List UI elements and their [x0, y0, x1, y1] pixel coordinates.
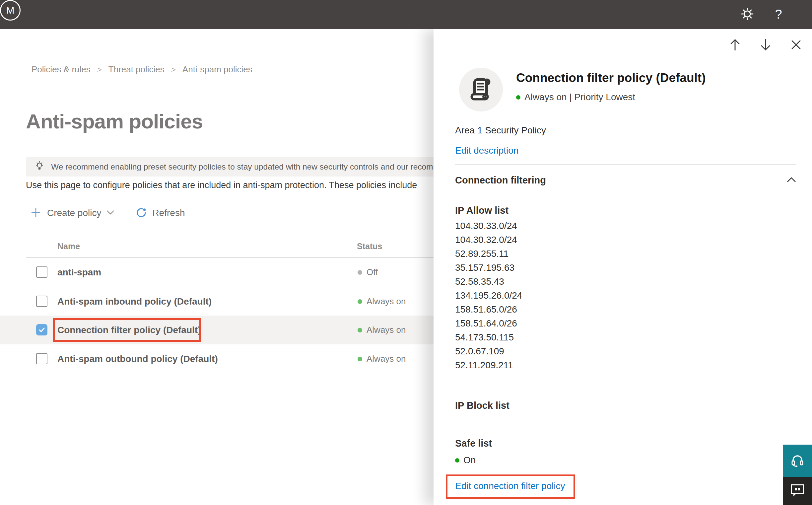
help-button[interactable]: ? [767, 0, 790, 29]
flyout-title: Connection filter policy (Default) [516, 71, 705, 85]
row-checkbox[interactable] [36, 353, 47, 364]
status-cell: Always on [358, 316, 406, 344]
flyout-status-label: Always on | Priority Lowest [525, 92, 635, 103]
flyout-nav [728, 38, 803, 53]
top-app-bar: ? M [0, 0, 812, 29]
policy-scroll-icon [470, 76, 492, 103]
breadcrumb-policies-rules[interactable]: Policies & rules [31, 64, 90, 75]
create-policy-button[interactable]: Create policy [26, 207, 115, 219]
refresh-button[interactable]: Refresh [115, 207, 185, 219]
safe-list-status: On [455, 455, 476, 466]
status-label: Always on [367, 296, 406, 307]
help-label: ? [775, 7, 782, 22]
column-header-name[interactable]: Name [57, 241, 80, 251]
row-checkbox[interactable] [36, 267, 47, 278]
status-dot-on [358, 357, 362, 361]
status-dot-off [358, 270, 362, 275]
page-title: Anti-spam policies [26, 110, 203, 133]
ip-allow-list-header: IP Allow list [455, 205, 509, 216]
create-policy-label: Create policy [47, 208, 101, 218]
screen: ? M Policies & rules > Threat policies >… [0, 0, 812, 505]
edit-description-link[interactable]: Edit description [455, 145, 519, 156]
breadcrumb-anti-spam-policies[interactable]: Anti-spam policies [182, 64, 252, 75]
chevron-up-icon [787, 177, 796, 184]
ip-entry: 158.51.65.0/26 [455, 303, 522, 317]
status-label: Off [367, 267, 378, 278]
safe-list-value: On [463, 455, 476, 466]
account-avatar[interactable]: M [0, 0, 21, 21]
page-description: Use this page to configure policies that… [26, 180, 417, 190]
row-checkbox-checked[interactable] [36, 324, 47, 335]
avatar-initial: M [6, 5, 15, 16]
policy-name: Anti-spam inbound policy (Default) [57, 287, 212, 316]
arrow-down-icon [760, 38, 771, 53]
headset-icon [790, 453, 805, 469]
ip-entry: 35.157.195.63 [455, 261, 522, 275]
flyout-divider [455, 165, 796, 165]
ip-block-list-header: IP Block list [455, 400, 510, 411]
policy-name: Connection filter policy (Default) [57, 316, 201, 344]
policy-description: Area 1 Security Policy [455, 125, 546, 136]
breadcrumb: Policies & rules > Threat policies > Ant… [31, 64, 252, 75]
status-cell: Always on [358, 287, 406, 316]
refresh-icon [136, 207, 147, 219]
ip-allow-list: 104.30.33.0/24 104.30.32.0/24 52.89.255.… [455, 219, 522, 372]
policy-name: Anti-spam outbound policy (Default) [57, 344, 218, 373]
feedback-chat-button[interactable] [783, 477, 812, 505]
banner-text: We recommend enabling preset security po… [51, 162, 444, 172]
chevron-down-icon [107, 210, 115, 216]
policy-details-flyout: Connection filter policy (Default) Alway… [433, 29, 812, 505]
toolbar: Create policy Refresh [26, 204, 185, 222]
breadcrumb-separator-icon: > [171, 65, 176, 74]
ip-entry: 52.58.35.43 [455, 275, 522, 289]
previous-item-button[interactable] [728, 38, 742, 53]
ip-entry: 52.89.255.11 [455, 247, 522, 261]
close-icon [791, 39, 801, 51]
status-dot-on [358, 328, 362, 332]
status-cell: Always on [358, 344, 406, 373]
status-label: Always on [367, 325, 406, 335]
refresh-label: Refresh [152, 208, 185, 218]
safe-list-header: Safe list [455, 438, 492, 449]
status-label: Always on [367, 354, 406, 364]
status-dot-on [358, 299, 362, 304]
ip-entry: 52.0.67.109 [455, 344, 522, 358]
settings-button[interactable] [736, 0, 759, 29]
section-label: Connection filtering [455, 175, 546, 186]
ip-entry: 104.30.33.0/24 [455, 219, 522, 233]
status-dot-on [516, 95, 521, 100]
plus-icon [30, 207, 41, 219]
arrow-up-icon [730, 38, 741, 53]
flyout-status: Always on | Priority Lowest [516, 92, 635, 103]
row-checkbox[interactable] [36, 296, 47, 307]
ip-entry: 52.11.209.211 [455, 358, 522, 372]
chat-icon [790, 483, 805, 499]
column-header-status[interactable]: Status [357, 241, 382, 251]
connection-filtering-section-toggle[interactable]: Connection filtering [455, 175, 796, 186]
gear-icon [741, 7, 754, 22]
policy-avatar [459, 68, 503, 112]
status-cell: Off [358, 258, 378, 287]
close-flyout-button[interactable] [789, 38, 803, 53]
next-item-button[interactable] [758, 38, 773, 53]
support-button[interactable] [783, 445, 812, 477]
edit-connection-filter-policy-link[interactable]: Edit connection filter policy [455, 481, 565, 491]
ip-entry: 158.51.64.0/26 [455, 317, 522, 330]
ip-entry: 104.30.32.0/24 [455, 233, 522, 247]
ip-entry: 54.173.50.115 [455, 330, 522, 344]
breadcrumb-threat-policies[interactable]: Threat policies [109, 64, 165, 75]
breadcrumb-separator-icon: > [97, 65, 102, 74]
lightbulb-icon [34, 161, 44, 173]
ip-entry: 134.195.26.0/24 [455, 289, 522, 303]
status-dot-on [455, 458, 459, 463]
policy-name: anti-spam [57, 258, 101, 287]
